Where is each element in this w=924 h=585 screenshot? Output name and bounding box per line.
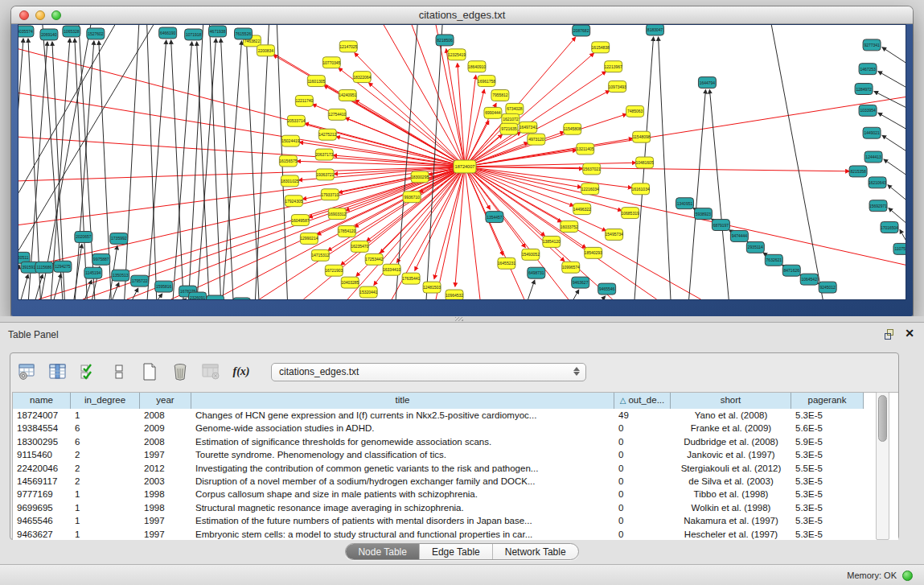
table-cell: 6	[71, 435, 140, 448]
table-tabs: Node TableEdge TableNetwork Table	[0, 543, 924, 560]
table-row[interactable]: 1872400712008Changes of HCN gene express…	[13, 409, 898, 422]
tab-edge-table[interactable]: Edge Table	[420, 544, 493, 559]
node-label: 4973120	[528, 137, 544, 142]
network-node[interactable]	[233, 298, 251, 299]
table-cell: Franke et al. (2009)	[671, 422, 791, 435]
node-label: 2200834	[258, 48, 274, 53]
node-label: 7615526	[236, 31, 252, 36]
select-all-icon[interactable]	[78, 361, 99, 382]
node-label: 10481605	[636, 160, 654, 165]
table-cell: 0	[614, 488, 671, 501]
table-cell: 5.3E-5	[791, 448, 864, 461]
column-header-name[interactable]: name	[13, 393, 71, 409]
table-cell: 5.3E-5	[791, 475, 864, 488]
node-label: 6466190	[160, 31, 176, 35]
table-row[interactable]: 946362711997Embryonic stem cells: a mode…	[13, 528, 898, 540]
table-row[interactable]: 2242004622012Investigating the contribut…	[13, 462, 898, 475]
node-label: 18300295	[411, 175, 429, 179]
table-cell: Embryonic stem cells: a model to study s…	[191, 528, 614, 540]
node-label: 4850511	[18, 255, 29, 260]
show-columns-icon[interactable]	[47, 361, 68, 382]
node-label: 17253442	[365, 257, 383, 262]
node-label: 1065328	[64, 29, 80, 34]
table-cell: 5.3E-5	[791, 528, 864, 540]
table-cell: 1	[71, 514, 140, 527]
scrollbar-thumb[interactable]	[878, 395, 887, 442]
node-label: 1284972	[856, 87, 872, 92]
node-label: 10964532	[446, 293, 463, 298]
table-cell: 2003	[140, 475, 191, 488]
node-label: 7955812	[492, 93, 508, 97]
delete-table-icon[interactable]	[170, 361, 191, 382]
node-table[interactable]: namein_degreeyeartitle△out_de...shortpag…	[12, 392, 898, 540]
column-header-pagerank[interactable]: pagerank	[791, 393, 864, 409]
table-body[interactable]: 1872400712008Changes of HCN gene express…	[13, 409, 898, 540]
table-row[interactable]: 969969511998Structural magnetic resonanc…	[13, 501, 898, 514]
zoom-window-button[interactable]	[51, 10, 61, 20]
table-cell: 1	[71, 488, 140, 501]
table-cell: 5.6E-5	[791, 422, 864, 435]
function-builder-icon[interactable]: f(x)	[231, 361, 252, 382]
tab-network-table[interactable]: Network Table	[493, 544, 578, 559]
column-header-out_de...[interactable]: △out_de...	[614, 393, 671, 409]
table-cell: 0	[614, 462, 671, 475]
table-cell: 9465546	[13, 514, 71, 527]
table-row[interactable]: 1456911722003Disruption of a novel membe…	[13, 475, 898, 488]
node-label: 9463627	[573, 280, 589, 285]
minimize-window-button[interactable]	[35, 10, 45, 20]
column-header-short[interactable]: short	[671, 393, 791, 409]
close-window-button[interactable]	[19, 10, 29, 20]
table-cell: Changes of HCN gene expression and I(f) …	[191, 409, 614, 422]
node-label: 16334410	[383, 267, 400, 272]
table-row[interactable]: 946554611997Estimation of the future num…	[13, 514, 898, 527]
table-scrollbar[interactable]	[876, 392, 889, 540]
node-label: 11545808	[564, 126, 581, 131]
node-label: 1293344	[207, 299, 224, 299]
node-label: 16961758	[478, 79, 495, 84]
panel-splitter[interactable]	[0, 316, 924, 322]
node-label: 9277341	[864, 43, 880, 47]
table-cell: Nakamura et al. (1997)	[671, 514, 791, 527]
row-options-icon[interactable]	[109, 361, 129, 382]
memory-ok-indicator[interactable]	[902, 571, 913, 581]
table-settings-icon[interactable]	[17, 361, 38, 382]
node-label: 7485063	[627, 109, 643, 113]
close-panel-icon[interactable]: ✕	[905, 327, 914, 340]
node-label: 15637021	[583, 167, 601, 171]
table-row[interactable]: 1830029562008Estimation of significance …	[13, 435, 898, 448]
node-label: 6990444	[485, 110, 501, 115]
node-label: 20533714	[287, 118, 305, 123]
table-cell: 0	[614, 514, 671, 527]
table-cell: 14569117	[13, 475, 71, 488]
node-label: 17016504	[881, 225, 898, 230]
table-row[interactable]: 911546021997Tourette syndrome. Phenomeno…	[13, 448, 898, 461]
float-panel-icon[interactable]	[885, 329, 895, 340]
table-cell: Estimation of significance thresholds fo…	[191, 435, 614, 448]
column-header-year[interactable]: year	[140, 393, 191, 409]
table-cell: Corpus callosum shape and size in male p…	[191, 488, 614, 501]
node-label: 16161034	[632, 187, 650, 192]
column-header-in_degree[interactable]: in_degree	[71, 393, 140, 409]
network-window-titlebar[interactable]: citations_edges.txt	[11, 6, 913, 24]
node-label: 12213967	[605, 64, 622, 69]
table-header-row[interactable]: namein_degreeyeartitle△out_de...shortpag…	[13, 393, 898, 409]
table-row[interactable]: 977716911998Corpus callosum shape and si…	[13, 488, 898, 501]
new-table-icon[interactable]	[139, 361, 160, 382]
node-label: 1735992	[111, 236, 127, 241]
table-cell: 2	[71, 448, 140, 461]
tab-node-table[interactable]: Node Table	[346, 544, 420, 559]
dropdown-arrows-icon	[573, 367, 580, 376]
column-header-title[interactable]: title	[191, 393, 614, 409]
table-row[interactable]: 1938455462009Genome-wide association stu…	[13, 422, 898, 435]
table-cell: 0	[614, 475, 671, 488]
table-cell: Genome-wide association studies in ADHD.	[191, 422, 614, 435]
network-canvas[interactable]: 1872400712147025107703451160130512211740…	[18, 24, 906, 300]
node-label: 12147025	[339, 44, 357, 49]
splitter-grip-icon[interactable]	[455, 317, 463, 321]
node-label: 12325419	[448, 52, 466, 57]
table-cell: 18724007	[13, 409, 71, 422]
node-label: 16235470	[351, 244, 368, 249]
node-label: 16156575	[279, 159, 297, 163]
table-select-dropdown[interactable]: citations_edges.txt	[271, 363, 586, 381]
node-label: 10685319	[622, 211, 639, 216]
